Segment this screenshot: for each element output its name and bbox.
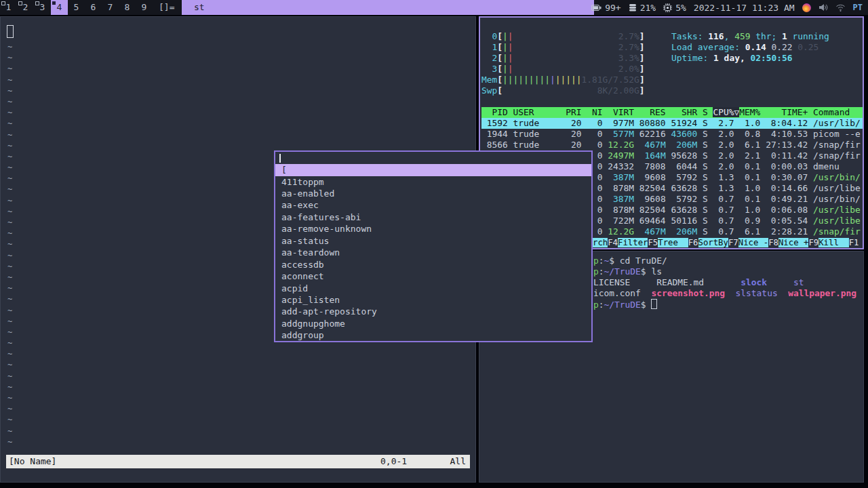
htop-summary: Tasks: 116, 459 thr; 1 runningLoad avera… — [671, 31, 829, 64]
empty-line-tilde: ~ — [7, 107, 12, 118]
tag-7[interactable]: 7 — [102, 0, 119, 15]
tag-4-selected[interactable]: 4 — [51, 0, 68, 15]
tag-3[interactable]: 3 — [34, 0, 51, 15]
meter-line: Swp[ 8K/2.00G] — [481, 85, 645, 96]
chip-icon — [663, 3, 672, 12]
empty-line-tilde: ~ — [7, 348, 12, 359]
tag-label: 1 — [6, 2, 12, 12]
tag-label: 5 — [74, 2, 79, 12]
empty-line-tilde: ~ — [7, 140, 12, 151]
dmenu-item[interactable]: aa-enabled — [275, 188, 591, 199]
empty-line-tilde: ~ — [7, 283, 12, 293]
dmenu-item[interactable]: aa-features-abi — [275, 211, 591, 223]
scroll-indicator: All — [450, 455, 466, 468]
keyboard-layout-indicator[interactable]: PT — [853, 3, 863, 12]
dmenu-item[interactable]: accessdb — [275, 259, 591, 270]
dmenu-item[interactable]: aa-teardown — [275, 247, 591, 258]
cursor-position: 0,0-1 — [380, 455, 407, 468]
meter-line: Mem[|||||||||||||||1.81G/7.52G] — [481, 75, 645, 85]
meter-line: 0[|| 2.7%] — [481, 31, 645, 42]
empty-line-tilde: ~ — [7, 250, 12, 261]
focused-window-title: st — [182, 0, 594, 15]
empty-line-tilde: ~ — [7, 96, 12, 107]
tag-list: 1 2 3 4 5 6 7 8 9 — [0, 0, 153, 15]
dmenu-item[interactable]: addgnupghome — [275, 318, 591, 329]
dmenu-item[interactable]: acpi_listen — [275, 294, 591, 306]
dmenu-item[interactable]: acpid — [275, 283, 591, 294]
summary-line: Uptime: 1 day, 02:50:56 — [671, 53, 829, 64]
battery-icon — [591, 4, 601, 12]
flame-tray-icon[interactable] — [802, 3, 811, 12]
meter-line: 3[|| 2.0%] — [481, 64, 645, 75]
meter-line: 2[|| 3.3%] — [481, 53, 645, 64]
empty-line-tilde: ~ — [7, 371, 12, 382]
tag-label: 8 — [125, 2, 130, 12]
memory-value: 5% — [675, 3, 686, 13]
tag-label: 7 — [108, 2, 113, 12]
tag-9[interactable]: 9 — [136, 0, 153, 15]
vim-statusline: [No Name] 0,0-1 All — [6, 455, 470, 468]
cpu-memory-meters: 0[|| 2.7%] 1[|| 2.7%] 2[|| 3.3%] 3[|| 2.… — [481, 31, 645, 96]
tag-5[interactable]: 5 — [68, 0, 85, 15]
dmenu-item[interactable]: aa-status — [275, 235, 591, 247]
empty-line-tilde: ~ — [7, 305, 12, 316]
empty-line-tilde: ~ — [7, 195, 12, 206]
tag-label: 9 — [142, 2, 147, 12]
summary-line: Load average: 0.14 0.22 0.25 — [671, 42, 829, 53]
tag-label: 3 — [40, 2, 45, 12]
dmenu-item[interactable]: addgroup — [275, 329, 591, 341]
dmenu-item[interactable]: aconnect — [275, 270, 591, 282]
function-key-bar[interactable]: rchF4FilterF5Tree F6SortByF7Nice -F8Nice… — [593, 237, 859, 248]
battery-status: 99+ — [591, 3, 620, 13]
empty-line-tilde: ~ — [7, 403, 12, 414]
tag-1[interactable]: 1 — [0, 0, 17, 15]
empty-line-tilde: ~ — [7, 338, 12, 348]
dmenu-selected-item[interactable]: [ — [275, 164, 591, 176]
memory-status: 5% — [663, 3, 686, 13]
dmenu-item[interactable]: aa-remove-unknown — [275, 223, 591, 235]
status-bar: 1 2 3 4 5 6 7 8 9 []= st 99+ 21% 5% — [0, 0, 868, 15]
dmenu-input[interactable] — [275, 152, 591, 164]
empty-line-tilde: ~ — [7, 327, 12, 338]
wifi-icon[interactable] — [835, 3, 846, 12]
disk-status: 21% — [629, 3, 656, 13]
vim-buffer: ~~~~~~~~~~~~~~~~~~~~~~~~~~~~~~~~~~~~~ — [7, 41, 12, 447]
tag-label: 2 — [23, 2, 28, 12]
function-key-line: rchF4FilterF5Tree F6SortByF7Nice -F8Nice… — [593, 237, 859, 248]
dmenu-item[interactable]: aa-exec — [275, 199, 591, 211]
terminal-line: icom.conf screenshot.png slstatus wallpa… — [593, 288, 856, 299]
dmenu-launcher[interactable]: [ 411toppmaa-enabledaa-execaa-features-a… — [274, 150, 593, 342]
empty-line-tilde: ~ — [7, 316, 12, 327]
tag-occupied-indicator — [18, 1, 22, 5]
empty-line-tilde: ~ — [7, 436, 12, 447]
empty-line-tilde: ~ — [7, 426, 12, 436]
terminal-line: p:~/TruDE$ ls — [593, 266, 856, 277]
empty-line-tilde: ~ — [7, 75, 12, 85]
dmenu-item[interactable]: add-apt-repository — [275, 306, 591, 317]
tag-2[interactable]: 2 — [17, 0, 34, 15]
empty-line-tilde: ~ — [7, 217, 12, 228]
clock: 2022-11-17 11:23 AM — [694, 3, 795, 13]
tag-selected-indicator — [52, 1, 56, 5]
empty-line-tilde: ~ — [7, 228, 12, 239]
disk-icon — [629, 3, 637, 12]
dmenu-item[interactable]: 411toppm — [275, 176, 591, 188]
empty-line-tilde: ~ — [7, 392, 12, 403]
terminal-line: p:~/TruDE$ — [593, 299, 856, 310]
tag-occupied-indicator — [35, 1, 39, 5]
terminal-line: LICENSE README.md slock st — [593, 277, 856, 288]
empty-line-tilde: ~ — [7, 118, 12, 129]
empty-line-tilde: ~ — [7, 293, 12, 304]
table-header: PID USER PRI NI VIRT RES SHR S CPU%▽MEM%… — [481, 107, 863, 118]
tag-8[interactable]: 8 — [119, 0, 136, 15]
volume-icon[interactable] — [818, 3, 828, 12]
empty-line-tilde: ~ — [7, 173, 12, 184]
empty-line-tilde: ~ — [7, 63, 12, 74]
text-cursor — [279, 154, 281, 163]
layout-symbol[interactable]: []= — [153, 0, 180, 15]
empty-line-tilde: ~ — [7, 261, 12, 272]
vim-cursor — [7, 25, 14, 38]
empty-line-tilde: ~ — [7, 162, 12, 173]
tag-6[interactable]: 6 — [85, 0, 102, 15]
empty-line-tilde: ~ — [7, 184, 12, 195]
